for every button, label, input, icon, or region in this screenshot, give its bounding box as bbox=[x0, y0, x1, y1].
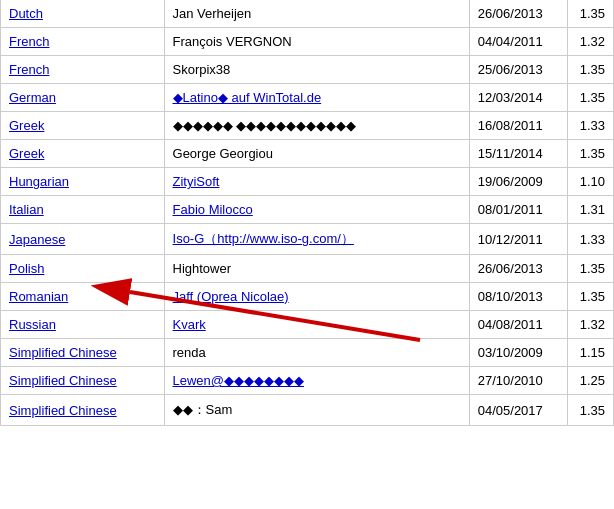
contributor-link[interactable]: ◆Latino◆ auf WinTotal.de bbox=[173, 90, 322, 105]
date-cell: 25/06/2013 bbox=[469, 56, 567, 84]
contributor-name: Skorpix38 bbox=[173, 62, 231, 77]
contributor-cell: Jan Verheijen bbox=[164, 0, 469, 28]
main-container: DutchJan Verheijen26/06/20131.35FrenchFr… bbox=[0, 0, 614, 426]
language-cell: German bbox=[1, 84, 165, 112]
language-cell: Romanian bbox=[1, 283, 165, 311]
language-cell: Simplified Chinese bbox=[1, 339, 165, 367]
date-cell: 16/08/2011 bbox=[469, 112, 567, 140]
contributor-cell: ZityiSoft bbox=[164, 168, 469, 196]
contributor-cell: Jaff (Oprea Nicolae) bbox=[164, 283, 469, 311]
language-cell: French bbox=[1, 28, 165, 56]
language-link[interactable]: Romanian bbox=[9, 289, 68, 304]
contributor-link[interactable]: Fabio Milocco bbox=[173, 202, 253, 217]
table-row: RussianKvark04/08/20111.32 bbox=[1, 311, 614, 339]
language-link[interactable]: Polish bbox=[9, 261, 44, 276]
version-cell: 1.35 bbox=[567, 255, 613, 283]
contributor-link[interactable]: Lewen@◆◆◆◆◆◆◆◆ bbox=[173, 373, 305, 388]
contributor-cell: ◆◆◆◆◆◆ ◆◆◆◆◆◆◆◆◆◆◆◆ bbox=[164, 112, 469, 140]
contributor-name: François VERGNON bbox=[173, 34, 292, 49]
contributor-link[interactable]: Jaff (Oprea Nicolae) bbox=[173, 289, 289, 304]
language-link[interactable]: Dutch bbox=[9, 6, 43, 21]
languages-table: DutchJan Verheijen26/06/20131.35FrenchFr… bbox=[0, 0, 614, 426]
table-row: Simplified Chinese◆◆：Sam04/05/20171.35 bbox=[1, 395, 614, 426]
table-row: GreekGeorge Georgiou15/11/20141.35 bbox=[1, 140, 614, 168]
version-cell: 1.32 bbox=[567, 311, 613, 339]
language-link[interactable]: Japanese bbox=[9, 232, 65, 247]
date-cell: 03/10/2009 bbox=[469, 339, 567, 367]
date-cell: 15/11/2014 bbox=[469, 140, 567, 168]
table-row: HungarianZityiSoft19/06/20091.10 bbox=[1, 168, 614, 196]
contributor-cell: George Georgiou bbox=[164, 140, 469, 168]
date-cell: 04/04/2011 bbox=[469, 28, 567, 56]
language-link[interactable]: Greek bbox=[9, 146, 44, 161]
contributor-link[interactable]: Iso-G（http://www.iso-g.com/） bbox=[173, 231, 354, 246]
version-cell: 1.35 bbox=[567, 283, 613, 311]
language-link[interactable]: French bbox=[9, 34, 49, 49]
table-row: Simplified ChineseLewen@◆◆◆◆◆◆◆◆27/10/20… bbox=[1, 367, 614, 395]
contributor-name: ◆◆◆◆◆◆ ◆◆◆◆◆◆◆◆◆◆◆◆ bbox=[173, 118, 357, 133]
contributor-cell: Lewen@◆◆◆◆◆◆◆◆ bbox=[164, 367, 469, 395]
table-row: RomanianJaff (Oprea Nicolae)08/10/20131.… bbox=[1, 283, 614, 311]
date-cell: 26/06/2013 bbox=[469, 0, 567, 28]
version-cell: 1.33 bbox=[567, 112, 613, 140]
version-cell: 1.31 bbox=[567, 196, 613, 224]
language-cell: Italian bbox=[1, 196, 165, 224]
version-cell: 1.35 bbox=[567, 0, 613, 28]
date-cell: 26/06/2013 bbox=[469, 255, 567, 283]
version-cell: 1.33 bbox=[567, 224, 613, 255]
date-cell: 10/12/2011 bbox=[469, 224, 567, 255]
table-row: FrenchSkorpix3825/06/20131.35 bbox=[1, 56, 614, 84]
contributor-cell: Fabio Milocco bbox=[164, 196, 469, 224]
table-row: FrenchFrançois VERGNON04/04/20111.32 bbox=[1, 28, 614, 56]
language-cell: Russian bbox=[1, 311, 165, 339]
language-link[interactable]: Simplified Chinese bbox=[9, 345, 117, 360]
language-cell: Simplified Chinese bbox=[1, 395, 165, 426]
table-row: JapaneseIso-G（http://www.iso-g.com/）10/1… bbox=[1, 224, 614, 255]
language-link[interactable]: Hungarian bbox=[9, 174, 69, 189]
contributor-cell: ◆◆：Sam bbox=[164, 395, 469, 426]
contributor-cell: Kvark bbox=[164, 311, 469, 339]
date-cell: 27/10/2010 bbox=[469, 367, 567, 395]
version-cell: 1.35 bbox=[567, 395, 613, 426]
contributor-link[interactable]: Kvark bbox=[173, 317, 206, 332]
contributor-name: George Georgiou bbox=[173, 146, 273, 161]
date-cell: 08/10/2013 bbox=[469, 283, 567, 311]
date-cell: 12/03/2014 bbox=[469, 84, 567, 112]
language-link[interactable]: Greek bbox=[9, 118, 44, 133]
date-cell: 04/05/2017 bbox=[469, 395, 567, 426]
version-cell: 1.32 bbox=[567, 28, 613, 56]
language-cell: Greek bbox=[1, 140, 165, 168]
language-cell: Hungarian bbox=[1, 168, 165, 196]
contributor-cell: Hightower bbox=[164, 255, 469, 283]
contributor-cell: François VERGNON bbox=[164, 28, 469, 56]
version-cell: 1.25 bbox=[567, 367, 613, 395]
language-cell: Polish bbox=[1, 255, 165, 283]
date-cell: 04/08/2011 bbox=[469, 311, 567, 339]
table-row: German◆Latino◆ auf WinTotal.de12/03/2014… bbox=[1, 84, 614, 112]
table-row: DutchJan Verheijen26/06/20131.35 bbox=[1, 0, 614, 28]
language-link[interactable]: Italian bbox=[9, 202, 44, 217]
contributor-cell: Skorpix38 bbox=[164, 56, 469, 84]
contributor-name: ◆◆：Sam bbox=[173, 402, 233, 417]
contributor-name: Hightower bbox=[173, 261, 232, 276]
version-cell: 1.35 bbox=[567, 140, 613, 168]
table-row: ItalianFabio Milocco08/01/20111.31 bbox=[1, 196, 614, 224]
date-cell: 08/01/2011 bbox=[469, 196, 567, 224]
version-cell: 1.15 bbox=[567, 339, 613, 367]
language-link[interactable]: German bbox=[9, 90, 56, 105]
contributor-link[interactable]: ZityiSoft bbox=[173, 174, 220, 189]
language-cell: Dutch bbox=[1, 0, 165, 28]
contributor-cell: ◆Latino◆ auf WinTotal.de bbox=[164, 84, 469, 112]
language-link[interactable]: Simplified Chinese bbox=[9, 373, 117, 388]
language-link[interactable]: French bbox=[9, 62, 49, 77]
version-cell: 1.35 bbox=[567, 84, 613, 112]
language-cell: Greek bbox=[1, 112, 165, 140]
language-cell: French bbox=[1, 56, 165, 84]
language-link[interactable]: Simplified Chinese bbox=[9, 403, 117, 418]
language-cell: Simplified Chinese bbox=[1, 367, 165, 395]
language-link[interactable]: Russian bbox=[9, 317, 56, 332]
table-row: Greek◆◆◆◆◆◆ ◆◆◆◆◆◆◆◆◆◆◆◆16/08/20111.33 bbox=[1, 112, 614, 140]
version-cell: 1.35 bbox=[567, 56, 613, 84]
contributor-cell: renda bbox=[164, 339, 469, 367]
version-cell: 1.10 bbox=[567, 168, 613, 196]
